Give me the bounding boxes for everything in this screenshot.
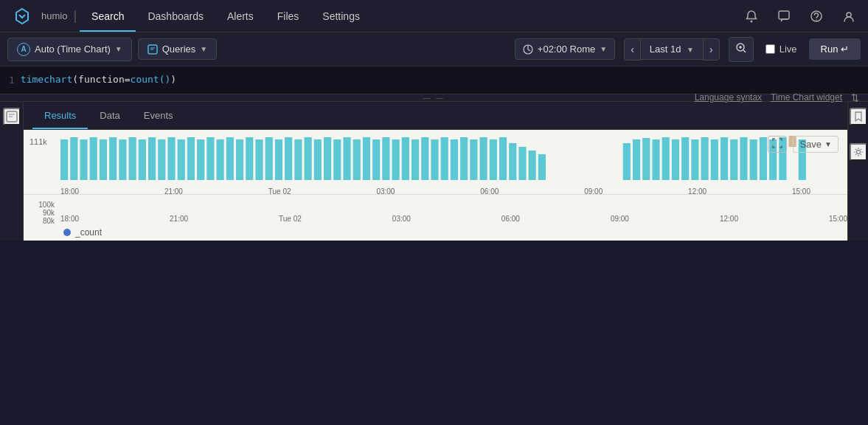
profile-icon[interactable] [839,6,859,27]
y-label-80k: 80k [43,217,55,224]
svg-rect-72 [750,139,757,180]
nav-tab-alerts[interactable]: Alerts [215,0,265,32]
svg-rect-31 [275,139,282,180]
svg-rect-14 [109,137,117,180]
svg-rect-61 [642,138,650,180]
results-area: Results Data Events Save ▼ 111k [0,102,868,241]
main-time-label-5: 09:00 [611,215,629,223]
svg-rect-59 [623,143,631,180]
nav-tab-settings[interactable]: Settings [310,0,372,32]
notification-icon[interactable] [741,6,762,27]
svg-rect-57 [529,151,536,180]
right-tool-button-2[interactable] [850,143,867,161]
svg-rect-10 [70,137,77,180]
sidebar-tool-button[interactable] [3,108,21,125]
timezone-label: +02:00 Rome [538,44,595,55]
time-range-button[interactable]: Last 1d ▼ [641,38,703,60]
timezone-selector[interactable]: +02:00 Rome ▼ [515,38,615,60]
fullscreen-button[interactable] [768,136,787,153]
time-navigation: ‹ Last 1d ▼ › [624,38,720,61]
svg-rect-66 [691,139,698,180]
tab-data[interactable]: Data [88,102,131,129]
resize-handle[interactable]: — — Language syntax Time Chart widget ⇅ [0,94,868,102]
svg-rect-41 [372,139,380,180]
svg-rect-58 [538,154,546,180]
svg-rect-52 [480,137,487,180]
svg-rect-11 [80,139,87,180]
overview-bars-svg [60,136,810,187]
query-function: timechart [21,74,72,85]
query-editor[interactable]: 1 timechart(function=count()) [0,66,868,94]
time-prev-button[interactable]: ‹ [624,38,641,61]
svg-rect-27 [236,139,243,180]
right-tool-button-1[interactable] [850,108,867,125]
svg-rect-69 [721,137,728,180]
tab-events[interactable]: Events [132,102,185,129]
svg-rect-54 [499,137,507,180]
svg-rect-40 [363,137,370,180]
overview-chart: 111k [24,130,847,195]
svg-rect-15 [119,139,126,180]
logo[interactable] [9,3,35,30]
svg-rect-63 [662,137,670,180]
svg-rect-22 [187,137,195,180]
svg-point-4 [847,13,851,17]
chart-type-button[interactable]: A Auto (Time Chart) ▼ [7,38,132,61]
main-time-label-1: 21:00 [170,215,188,223]
legend-label: _count [75,227,102,238]
timezone-chevron-icon: ▼ [600,45,607,53]
svg-rect-60 [633,139,640,180]
main-chart: 100k 90k 80k 70k 60k 50k 40k 30k 20k 10k… [24,195,847,224]
svg-rect-34 [305,137,312,180]
time-chart-widget-link[interactable]: Time Chart widget [771,92,842,103]
language-syntax-link[interactable]: Language syntax [695,92,762,103]
run-button[interactable]: Run ↵ [809,38,861,60]
live-checkbox-input[interactable] [765,44,775,54]
svg-rect-55 [509,143,516,180]
svg-rect-62 [652,139,659,180]
time-next-button[interactable]: › [703,38,720,61]
svg-rect-68 [711,139,718,180]
svg-rect-23 [197,139,204,180]
main-time-label-4: 06:00 [501,215,520,223]
svg-point-3 [816,19,817,21]
resize-dots-icon: — — [423,94,445,102]
settings-icon [853,147,864,157]
svg-rect-32 [285,137,292,180]
expand-icon[interactable]: ⇅ [851,92,859,103]
live-label: Live [780,44,797,55]
chart-toolbar: Save ▼ [768,136,839,153]
org-name: humio [41,10,67,21]
save-dropdown[interactable]: Save ▼ [793,136,839,153]
nav-tab-dashboards[interactable]: Dashboards [136,0,215,32]
svg-rect-39 [353,139,361,180]
svg-rect-20 [167,137,175,180]
svg-rect-29 [255,139,263,180]
svg-rect-12 [90,137,97,180]
sidebar-tools [0,102,24,241]
y-label-100k: 100k [38,201,55,209]
nav-tab-search[interactable]: Search [80,0,136,32]
help-icon[interactable] [806,6,827,27]
chart-type-label: Auto (Time Chart) [35,44,111,55]
svg-rect-37 [333,139,341,180]
nav-tab-files[interactable]: Files [265,0,311,32]
queries-icon [147,44,158,55]
nav-right [741,6,859,27]
svg-rect-24 [206,137,214,180]
main-time-label-2: Tue 02 [279,215,302,223]
bookmark-icon [853,111,864,122]
queries-chevron-icon: ▼ [200,45,207,53]
svg-rect-38 [343,137,350,180]
svg-rect-16 [129,137,136,180]
save-chevron-icon: ▼ [824,140,832,148]
main-time-label-6: 12:00 [720,215,738,223]
queries-button[interactable]: Queries ▼ [138,38,217,60]
zoom-button[interactable] [729,37,754,62]
chat-icon[interactable] [774,6,794,27]
live-toggle[interactable]: Live [760,44,803,55]
chart-container: Save ▼ 111k [24,130,847,241]
svg-rect-46 [421,137,428,180]
tab-results[interactable]: Results [32,102,88,129]
chart-legend: _count [24,224,847,241]
